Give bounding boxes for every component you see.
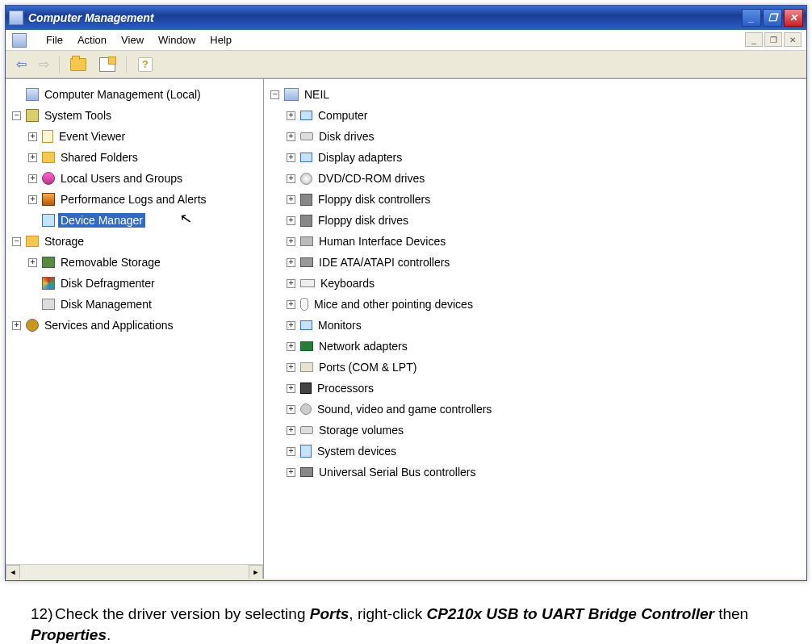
step-number: 12) [31,604,55,625]
device-category-ide[interactable]: +IDE ATA/ATAPI controllers [287,252,803,273]
close-button[interactable]: ✕ [784,9,803,27]
console-tree-pane: Computer Management (Local) − System Too… [6,79,264,579]
device-category-computer[interactable]: +Computer [287,105,803,126]
collapse-button[interactable]: − [12,237,21,246]
mdi-restore-button[interactable]: ❐ [764,32,782,47]
properties-button[interactable] [97,55,118,74]
device-category-hid[interactable]: +Human Interface Devices [287,231,803,252]
expand-button[interactable]: + [287,132,295,141]
scroll-track[interactable] [20,565,249,579]
tree-node-event-viewer[interactable]: + Event Viewer [28,126,260,147]
expand-button[interactable]: + [287,195,295,204]
collapse-button[interactable]: − [12,111,21,120]
tree-node-system-tools[interactable]: − System Tools [12,105,260,126]
nav-forward-button[interactable]: ⇨ [36,56,51,72]
tree-label: Storage [42,234,86,249]
instruction-part: then [714,605,748,622]
device-category-ports[interactable]: +Ports (COM & LPT) [287,357,803,378]
tree-node-storage[interactable]: − Storage [12,231,260,252]
device-category-disk-drives[interactable]: +Disk drives [287,126,803,147]
expand-button[interactable]: + [287,321,295,330]
tree-label: Sound, video and game controllers [315,402,494,416]
expand-button[interactable]: + [28,132,37,141]
title-bar[interactable]: Computer Management _ ❐ ✕ [6,6,806,30]
device-category-keyboards[interactable]: +Keyboards [287,273,803,294]
device-category-system-devices[interactable]: +System devices [287,441,803,462]
toolbar: ⇦ ⇨ ? [6,51,806,78]
expand-button[interactable]: + [28,195,37,204]
expand-button[interactable]: + [287,447,295,456]
expand-button[interactable]: + [12,321,21,330]
tree-node-performance[interactable]: + Performance Logs and Alerts [28,189,260,210]
menu-help[interactable]: Help [210,34,232,46]
expand-button[interactable]: + [287,300,295,309]
expand-button[interactable]: + [287,426,295,435]
computer-category-icon [300,111,312,120]
tree-label: Monitors [316,318,364,332]
expand-button[interactable]: + [287,342,295,351]
display-adapter-icon [300,153,312,162]
tree-label: Floppy disk drives [316,213,411,228]
expand-button[interactable]: + [287,363,295,372]
menu-action[interactable]: Action [77,34,107,46]
tree-label: Storage volumes [316,423,406,437]
computer-icon [284,88,299,101]
tree-node-shared-folders[interactable]: + Shared Folders [28,147,260,168]
instruction-bold: Properties [31,626,107,643]
expand-button[interactable]: + [287,384,295,393]
mdi-close-button[interactable]: ✕ [784,32,802,47]
tree-node-local-users[interactable]: + Local Users and Groups [28,168,260,189]
horizontal-scrollbar[interactable]: ◄ ► [6,564,263,579]
tree-label: Services and Applications [42,318,176,332]
menu-file[interactable]: File [46,34,63,46]
expand-button[interactable]: + [287,258,295,267]
tree-node-device-manager[interactable]: Device Manager [28,210,260,231]
menu-view[interactable]: View [121,34,144,46]
device-tree[interactable]: − NEIL +Computer +Disk drives +Display a… [264,79,806,487]
device-category-display[interactable]: +Display adapters [287,147,803,168]
expand-button[interactable]: + [28,153,37,162]
device-category-floppy-controllers[interactable]: +Floppy disk controllers [287,189,803,210]
expand-button[interactable]: + [287,468,295,477]
up-folder-button[interactable] [68,55,89,74]
device-category-mice[interactable]: +Mice and other pointing devices [287,294,803,315]
device-category-sound[interactable]: +Sound, video and game controllers [287,399,803,420]
expand-button[interactable]: + [287,216,295,225]
device-category-dvd[interactable]: +DVD/CD-ROM drives [287,168,803,189]
maximize-button[interactable]: ❐ [763,9,782,27]
expand-button[interactable]: + [287,174,295,183]
tree-node-removable-storage[interactable]: + Removable Storage [28,252,260,273]
scroll-right-button[interactable]: ► [249,565,263,579]
collapse-button[interactable]: − [270,90,279,99]
expand-button[interactable]: + [287,111,295,120]
menu-window[interactable]: Window [158,34,195,46]
expand-button[interactable]: + [287,237,295,246]
device-category-processors[interactable]: +Processors [287,378,803,399]
device-category-usb[interactable]: +Universal Serial Bus controllers [287,462,803,483]
help-button[interactable]: ? [135,55,156,74]
device-category-network[interactable]: +Network adapters [287,336,803,357]
expand-button[interactable]: + [287,279,295,288]
event-viewer-icon [42,130,53,143]
expand-button[interactable]: + [28,174,37,183]
device-category-monitors[interactable]: +Monitors [287,315,803,336]
expand-button[interactable]: + [287,405,295,414]
device-category-floppy-drives[interactable]: +Floppy disk drives [287,210,803,231]
scroll-left-button[interactable]: ◄ [6,565,20,579]
device-tree-pane: − NEIL +Computer +Disk drives +Display a… [264,79,806,579]
device-category-storage-volumes[interactable]: +Storage volumes [287,420,803,441]
expand-button[interactable]: + [28,258,37,267]
tree-node-disk-management[interactable]: Disk Management [28,294,260,315]
hid-icon [300,236,313,246]
tree-node-defragmenter[interactable]: Disk Defragmenter [28,273,260,294]
minimize-button[interactable]: _ [742,9,761,27]
nav-back-button[interactable]: ⇦ [14,56,28,72]
expand-button[interactable]: + [287,153,295,162]
mdi-minimize-button[interactable]: _ [745,32,763,47]
device-root-node[interactable]: − NEIL [270,84,803,105]
console-tree[interactable]: Computer Management (Local) − System Too… [6,79,263,341]
floppy-drive-icon [300,215,312,227]
tree-node-services[interactable]: + Services and Applications [12,315,260,336]
tree-root-node[interactable]: Computer Management (Local) [12,84,260,105]
help-icon: ? [138,57,153,72]
